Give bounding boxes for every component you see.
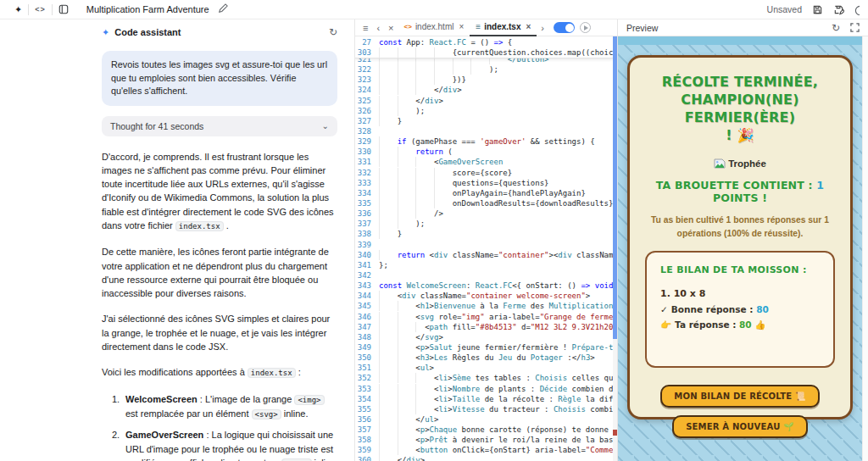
code-line: 333questions={questions} xyxy=(355,178,617,188)
code-line: 342 xyxy=(355,270,617,280)
game-preview: Récolte Terminée,Champion(ne) Fermier(èr… xyxy=(618,36,868,461)
assistant-paragraph: Voici les modifications apportées à inde… xyxy=(102,365,337,380)
title-line: Récolte Terminée, xyxy=(637,73,843,91)
tab-index-html[interactable]: <> index.html × xyxy=(398,19,470,36)
code-view-icon[interactable]: <> xyxy=(29,0,52,19)
code-line: 349<p>Salut jeune fermier/fermière ! Pré… xyxy=(355,342,617,353)
code-line: 359<button onClick={onStart} aria-label=… xyxy=(355,445,617,455)
unsaved-status: Unsaved xyxy=(767,4,802,14)
code-area[interactable]: 321</button>322);323})}324</div>325</div… xyxy=(355,36,617,461)
user-message-bubble: Revois toutes les images svg et assure-t… xyxy=(102,51,337,106)
close-tab-icon[interactable]: × xyxy=(526,22,531,31)
edit-title-icon[interactable] xyxy=(218,3,228,15)
close-tab-icon[interactable]: × xyxy=(459,22,464,31)
fullscreen-icon[interactable] xyxy=(850,23,860,32)
close-icon[interactable]: × xyxy=(384,23,398,33)
code-line: 347<path fill="#8b4513" d="M12 3L2 9.3V2… xyxy=(355,322,617,332)
code-line: 329if (gamePhase === 'gameOver' && setti… xyxy=(355,136,617,147)
editor-tabbar: ≡ ‹ × <> index.html × ≡ index.tsx × › xyxy=(355,19,617,36)
code-line: 357<p>Chaque bonne carotte (réponse) te … xyxy=(355,425,617,435)
code-assistant-panel: ✦ Code assistant ↻ Revois toutes les ima… xyxy=(0,19,355,461)
assistant-paragraph: D'accord, je comprends. Il est frustrant… xyxy=(102,150,337,234)
code-line: 345<h1>Bienvenue à la Ferme des Multipli… xyxy=(355,301,617,311)
editor-scrollbar-thumb[interactable] xyxy=(613,36,617,339)
code-line: 353<li>Nombre de plants : Décide combien… xyxy=(355,384,617,394)
preview-scrollbar-track xyxy=(862,36,868,461)
code-line: 356</ul> xyxy=(355,414,617,425)
code-line: 337); xyxy=(355,219,617,229)
sparkle-icon[interactable]: ✦ xyxy=(8,0,28,19)
assistant-numbered-list: 1.WelcomeScreen : L'image de la grange <… xyxy=(102,392,337,461)
list-item: 1.WelcomeScreen : L'image de la grange <… xyxy=(102,392,337,422)
back-icon[interactable]: ‹ xyxy=(372,23,384,33)
trophy-alt-text: Trophée xyxy=(728,158,766,169)
code-line: 341}; xyxy=(355,260,617,270)
code-line: 338} xyxy=(355,229,617,239)
code-line: 340return <div className="container"><di… xyxy=(355,250,617,260)
code-line: 344<div className="container welcome-scr… xyxy=(355,291,617,301)
code-line: 334onPlayAgain={handlePlayAgain} xyxy=(355,188,617,198)
preview-title: Preview xyxy=(626,23,658,33)
run-icon[interactable] xyxy=(580,22,591,33)
save-as-icon[interactable] xyxy=(833,4,844,15)
assistant-paragraph: De cette manière, les icônes feront part… xyxy=(102,245,337,300)
code-line: 335onDownloadResults={downloadResults} xyxy=(355,198,617,208)
score-summary: Tu as bien cultivé 1 bonnes réponses sur… xyxy=(637,214,843,240)
assistant-response: D'accord, je comprends. Il est frustrant… xyxy=(102,150,337,461)
code-line: 324</div> xyxy=(355,85,617,95)
broken-image-icon xyxy=(714,158,726,169)
score-line: Ta brouette contient : 1 points ! xyxy=(637,179,843,204)
code-line: 328 xyxy=(355,126,617,136)
assistant-sparkle-icon: ✦ xyxy=(102,27,109,38)
harvest-report-button[interactable]: Mon bilan de récolte 📜 xyxy=(660,385,819,408)
file-list-icon[interactable]: ≡ xyxy=(359,23,372,33)
list-item: 2.GameOverScreen : La logique qui choisi… xyxy=(102,428,337,461)
code-line: 325</div> xyxy=(355,96,617,106)
code-line: 323})} xyxy=(355,75,617,85)
code-line: 360</div> xyxy=(355,455,617,461)
play-again-button[interactable]: Semer à nouveau 🌱 xyxy=(672,415,808,438)
code-line: 354<li>Taille de la récolte : Règle la d… xyxy=(355,394,617,404)
tab-label: index.tsx xyxy=(484,22,520,31)
code-line: 332score={score} xyxy=(355,168,617,178)
auto-run-toggle[interactable] xyxy=(554,22,575,33)
assistant-panel-title: Code assistant xyxy=(114,27,181,37)
thought-collapse-row[interactable]: Thought for 41 seconds ⌄ xyxy=(102,116,337,136)
code-line: 355<li>Vitesse du tracteur : Choisis com… xyxy=(355,404,617,414)
answer-row: 👉Ta réponse : 80 👍 xyxy=(660,319,820,330)
game-over-title: Récolte Terminée,Champion(ne) Fermier(èr… xyxy=(637,73,843,144)
code-line: 352<li>Sème tes tables : Choisis celles … xyxy=(355,373,617,383)
tab-index-tsx[interactable]: ≡ index.tsx × xyxy=(470,19,537,36)
answer-row: ✓Bonne réponse : 80 xyxy=(660,304,820,314)
code-line: 346<svg role="img" aria-label="Grange de… xyxy=(355,312,617,322)
report-heading: Le bilan de ta moisson : xyxy=(660,264,820,275)
code-line: 331<GameOverScreen xyxy=(355,157,617,167)
code-line: 343const WelcomeScreen: React.FC<{ onSta… xyxy=(355,280,617,291)
game-over-card: Récolte Terminée,Champion(ne) Fermier(èr… xyxy=(627,55,853,419)
refresh-chat-icon[interactable]: ↻ xyxy=(329,26,337,38)
code-line: 339 xyxy=(355,240,617,250)
app-topbar: ✦ <> Multiplication Farm Adventure Unsav… xyxy=(0,0,868,19)
tab-label: index.html xyxy=(415,22,454,31)
harvest-report-card: Le bilan de ta moisson : 1. 10 x 8 ✓Bonn… xyxy=(645,251,835,368)
question-line: 1. 10 x 8 xyxy=(660,288,820,299)
code-editor-panel: ≡ ‹ × <> index.html × ≡ index.tsx × › 32… xyxy=(355,19,618,461)
save-icon[interactable] xyxy=(812,4,823,15)
code-line: 351<ul> xyxy=(355,363,617,373)
preview-panel: Preview ↻ Récolte Terminée,Champion(ne) … xyxy=(618,19,868,461)
code-line: 326); xyxy=(355,106,617,116)
overview-ruler-marker xyxy=(613,430,617,436)
code-line: 303{currentQuestion.choices.map((choice, xyxy=(355,47,613,58)
notebook-icon[interactable] xyxy=(53,0,75,19)
refresh-preview-icon[interactable]: ↻ xyxy=(832,22,840,34)
chevron-down-icon: ⌄ xyxy=(322,121,329,131)
thought-label: Thought for 41 seconds xyxy=(110,121,203,131)
title-line: ! 🎉 xyxy=(637,126,843,144)
score-value: 1 xyxy=(816,179,824,192)
title-line: Champion(ne) Fermier(ère) xyxy=(637,91,843,126)
clipped-toolbar-icon[interactable] xyxy=(854,4,860,15)
code-line: 327} xyxy=(355,116,617,126)
assistant-paragraph: J'ai sélectionné des icônes SVG simples … xyxy=(102,312,337,353)
code-line: 330return ( xyxy=(355,147,617,157)
forward-icon[interactable]: › xyxy=(537,23,548,33)
